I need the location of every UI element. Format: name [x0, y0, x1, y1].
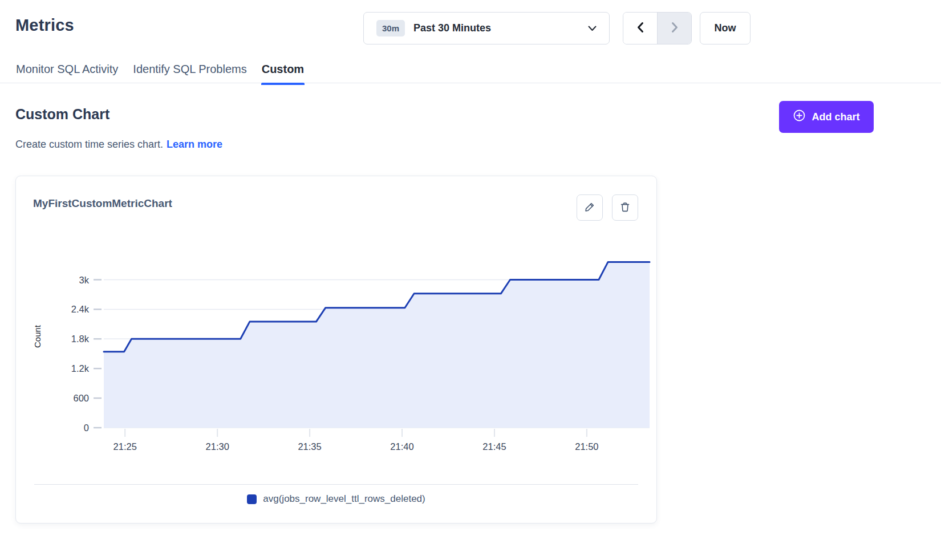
section-heading: Custom Chart — [15, 106, 109, 123]
svg-text:21:50: 21:50 — [575, 441, 598, 452]
trash-icon — [619, 201, 631, 214]
time-range-dropdown[interactable]: 30m Past 30 Minutes — [363, 12, 610, 44]
svg-text:1.2k: 1.2k — [71, 363, 90, 374]
svg-text:21:45: 21:45 — [482, 441, 506, 452]
add-chart-label: Add chart — [812, 111, 859, 123]
tab-bar: Monitor SQL Activity Identify SQL Proble… — [0, 57, 941, 83]
chart-legend: avg(jobs_row_level_ttl_rows_deleted) — [16, 493, 656, 505]
svg-text:21:40: 21:40 — [390, 441, 413, 452]
tab-monitor-sql-activity[interactable]: Monitor SQL Activity — [15, 57, 119, 83]
section-description: Create custom time series chart.Learn mo… — [15, 139, 222, 151]
chevron-right-icon — [671, 22, 679, 35]
svg-text:0: 0 — [84, 423, 89, 433]
section-description-text: Create custom time series chart. — [15, 139, 163, 150]
page-title: Metrics — [15, 16, 74, 35]
svg-text:21:25: 21:25 — [113, 441, 137, 452]
tab-identify-sql-problems[interactable]: Identify SQL Problems — [132, 57, 247, 83]
plus-circle-icon — [793, 109, 806, 125]
card-divider — [34, 484, 638, 485]
time-series-chart[interactable]: 06001.2k1.8k2.4k3k21:2521:3021:3521:4021… — [23, 240, 656, 460]
time-range-badge: 30m — [376, 20, 405, 36]
svg-text:Count: Count — [33, 324, 42, 348]
learn-more-link[interactable]: Learn more — [167, 139, 222, 150]
svg-text:600: 600 — [73, 393, 89, 403]
now-button[interactable]: Now — [700, 12, 751, 44]
svg-text:2.4k: 2.4k — [71, 304, 90, 314]
time-prev-button[interactable] — [623, 13, 657, 44]
edit-chart-button[interactable] — [577, 194, 603, 221]
add-chart-button[interactable]: Add chart — [779, 101, 874, 133]
chevron-down-icon — [588, 26, 597, 31]
metrics-page: Metrics 30m Past 30 Minutes Now Monitor … — [0, 0, 941, 560]
tab-custom[interactable]: Custom — [261, 57, 305, 83]
svg-text:21:30: 21:30 — [206, 441, 229, 452]
legend-swatch — [247, 494, 257, 504]
chevron-left-icon — [636, 22, 644, 35]
delete-chart-button[interactable] — [612, 194, 638, 221]
custom-chart-card: MyFirstCustomMetricChart 06001.2k1.8k2.4… — [15, 176, 657, 524]
time-range-label: Past 30 Minutes — [413, 22, 491, 34]
svg-text:1.8k: 1.8k — [71, 334, 90, 344]
time-pager — [623, 12, 692, 44]
svg-text:21:35: 21:35 — [298, 441, 321, 452]
legend-label: avg(jobs_row_level_ttl_rows_deleted) — [263, 493, 425, 505]
chart-title: MyFirstCustomMetricChart — [33, 197, 172, 210]
svg-text:3k: 3k — [79, 275, 90, 285]
pencil-icon — [584, 201, 595, 214]
time-next-button[interactable] — [657, 13, 691, 44]
